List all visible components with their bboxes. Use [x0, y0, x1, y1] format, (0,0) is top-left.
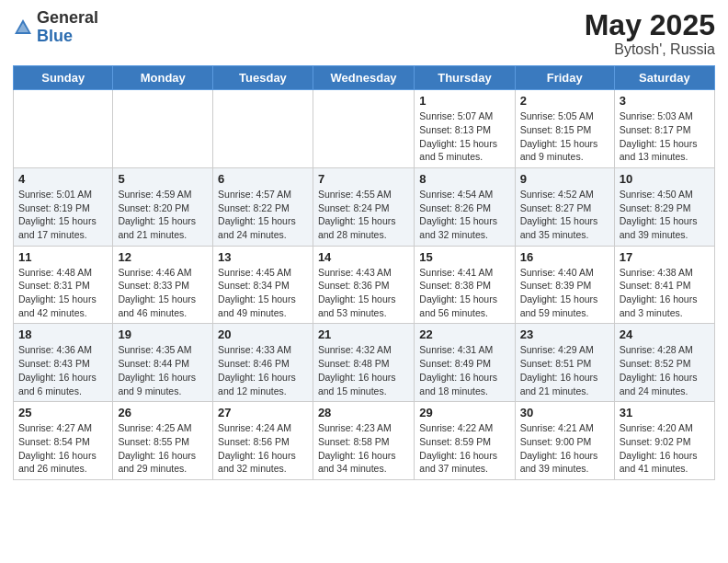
day-number: 23 [520, 327, 609, 341]
calendar-cell: 31Sunrise: 4:20 AM Sunset: 9:02 PM Dayli… [614, 402, 714, 480]
weekday-wednesday: Wednesday [313, 66, 414, 90]
logo-icon [13, 17, 33, 38]
calendar-week-row: 4Sunrise: 5:01 AM Sunset: 8:19 PM Daylig… [14, 167, 715, 246]
day-info: Sunrise: 4:32 AM Sunset: 8:48 PM Dayligh… [318, 343, 409, 397]
calendar-cell: 13Sunrise: 4:45 AM Sunset: 8:34 PM Dayli… [213, 246, 313, 324]
calendar-cell [213, 90, 313, 168]
logo-general-text: General [37, 8, 98, 27]
day-info: Sunrise: 4:57 AM Sunset: 8:22 PM Dayligh… [218, 188, 308, 242]
day-info: Sunrise: 4:25 AM Sunset: 8:55 PM Dayligh… [118, 421, 208, 476]
calendar-cell: 22Sunrise: 4:31 AM Sunset: 8:49 PM Dayli… [415, 324, 515, 402]
calendar-cell: 8Sunrise: 4:54 AM Sunset: 8:26 PM Daylig… [415, 167, 515, 246]
day-info: Sunrise: 4:35 AM Sunset: 8:44 PM Dayligh… [118, 343, 208, 397]
calendar-cell: 14Sunrise: 4:43 AM Sunset: 8:36 PM Dayli… [313, 246, 414, 324]
calendar-cell: 1Sunrise: 5:07 AM Sunset: 8:13 PM Daylig… [415, 90, 515, 168]
day-number: 5 [118, 172, 208, 186]
day-number: 24 [620, 327, 710, 341]
calendar-cell: 20Sunrise: 4:33 AM Sunset: 8:46 PM Dayli… [213, 324, 313, 402]
day-number: 16 [520, 250, 609, 264]
calendar-cell: 5Sunrise: 4:59 AM Sunset: 8:20 PM Daylig… [113, 167, 213, 246]
logo-blue-text: Blue [37, 27, 73, 45]
day-number: 4 [18, 172, 108, 186]
logo: General Blue [13, 9, 98, 46]
day-number: 2 [520, 94, 609, 108]
day-number: 28 [318, 406, 409, 419]
weekday-saturday: Saturday [614, 66, 714, 90]
day-number: 27 [218, 406, 308, 419]
calendar-table: SundayMondayTuesdayWednesdayThursdayFrid… [13, 65, 715, 480]
day-number: 20 [218, 327, 308, 341]
day-info: Sunrise: 4:48 AM Sunset: 8:31 PM Dayligh… [18, 266, 108, 320]
calendar-cell: 6Sunrise: 4:57 AM Sunset: 8:22 PM Daylig… [213, 167, 313, 246]
weekday-tuesday: Tuesday [213, 66, 313, 90]
calendar-cell: 12Sunrise: 4:46 AM Sunset: 8:33 PM Dayli… [113, 246, 213, 324]
day-number: 6 [218, 172, 308, 186]
day-number: 25 [18, 406, 108, 419]
day-number: 30 [520, 406, 609, 419]
page-header: General Blue May 2025 Bytosh', Russia [13, 9, 715, 58]
day-info: Sunrise: 4:23 AM Sunset: 8:58 PM Dayligh… [318, 421, 409, 476]
calendar-cell: 18Sunrise: 4:36 AM Sunset: 8:43 PM Dayli… [14, 324, 113, 402]
calendar-cell: 15Sunrise: 4:41 AM Sunset: 8:38 PM Dayli… [415, 246, 515, 324]
calendar-cell [14, 90, 113, 168]
day-info: Sunrise: 4:20 AM Sunset: 9:02 PM Dayligh… [620, 421, 710, 476]
calendar-cell: 30Sunrise: 4:21 AM Sunset: 9:00 PM Dayli… [515, 402, 614, 480]
day-number: 14 [318, 250, 409, 264]
calendar-cell: 4Sunrise: 5:01 AM Sunset: 8:19 PM Daylig… [14, 167, 113, 246]
weekday-header-row: SundayMondayTuesdayWednesdayThursdayFrid… [14, 66, 715, 90]
month-title: May 2025 [585, 9, 715, 41]
day-info: Sunrise: 4:50 AM Sunset: 8:29 PM Dayligh… [620, 188, 710, 242]
day-info: Sunrise: 4:46 AM Sunset: 8:33 PM Dayligh… [118, 266, 208, 320]
weekday-thursday: Thursday [415, 66, 515, 90]
calendar-cell: 24Sunrise: 4:28 AM Sunset: 8:52 PM Dayli… [614, 324, 714, 402]
day-info: Sunrise: 5:03 AM Sunset: 8:17 PM Dayligh… [620, 109, 710, 164]
calendar-cell: 29Sunrise: 4:22 AM Sunset: 8:59 PM Dayli… [415, 402, 515, 480]
day-info: Sunrise: 4:29 AM Sunset: 8:51 PM Dayligh… [520, 343, 609, 397]
calendar-cell: 2Sunrise: 5:05 AM Sunset: 8:15 PM Daylig… [515, 90, 614, 168]
calendar-cell: 16Sunrise: 4:40 AM Sunset: 8:39 PM Dayli… [515, 246, 614, 324]
day-number: 31 [620, 406, 710, 419]
day-info: Sunrise: 4:43 AM Sunset: 8:36 PM Dayligh… [318, 266, 409, 320]
day-number: 29 [419, 406, 509, 419]
calendar-cell: 3Sunrise: 5:03 AM Sunset: 8:17 PM Daylig… [614, 90, 714, 168]
calendar-cell: 7Sunrise: 4:55 AM Sunset: 8:24 PM Daylig… [313, 167, 414, 246]
day-number: 7 [318, 172, 409, 186]
calendar-cell: 19Sunrise: 4:35 AM Sunset: 8:44 PM Dayli… [113, 324, 213, 402]
calendar-cell: 23Sunrise: 4:29 AM Sunset: 8:51 PM Dayli… [515, 324, 614, 402]
calendar-cell: 27Sunrise: 4:24 AM Sunset: 8:56 PM Dayli… [213, 402, 313, 480]
day-info: Sunrise: 4:31 AM Sunset: 8:49 PM Dayligh… [419, 343, 509, 397]
day-number: 18 [18, 327, 108, 341]
calendar-cell: 26Sunrise: 4:25 AM Sunset: 8:55 PM Dayli… [113, 402, 213, 480]
day-number: 13 [218, 250, 308, 264]
day-info: Sunrise: 4:28 AM Sunset: 8:52 PM Dayligh… [620, 343, 710, 397]
calendar-week-row: 25Sunrise: 4:27 AM Sunset: 8:54 PM Dayli… [14, 402, 715, 480]
calendar-cell [113, 90, 213, 168]
day-number: 12 [118, 250, 208, 264]
day-number: 10 [620, 172, 710, 186]
day-info: Sunrise: 4:27 AM Sunset: 8:54 PM Dayligh… [18, 421, 108, 476]
day-info: Sunrise: 5:01 AM Sunset: 8:19 PM Dayligh… [18, 188, 108, 242]
day-info: Sunrise: 4:33 AM Sunset: 8:46 PM Dayligh… [218, 343, 308, 397]
weekday-monday: Monday [113, 66, 213, 90]
day-number: 26 [118, 406, 208, 419]
day-number: 11 [18, 250, 108, 264]
day-number: 19 [118, 327, 208, 341]
day-info: Sunrise: 4:24 AM Sunset: 8:56 PM Dayligh… [218, 421, 308, 476]
day-number: 9 [520, 172, 609, 186]
calendar-cell: 17Sunrise: 4:38 AM Sunset: 8:41 PM Dayli… [614, 246, 714, 324]
day-info: Sunrise: 4:45 AM Sunset: 8:34 PM Dayligh… [218, 266, 308, 320]
day-number: 17 [620, 250, 710, 264]
day-info: Sunrise: 4:40 AM Sunset: 8:39 PM Dayligh… [520, 266, 609, 320]
location-title: Bytosh', Russia [585, 41, 715, 58]
calendar-week-row: 1Sunrise: 5:07 AM Sunset: 8:13 PM Daylig… [14, 90, 715, 168]
day-info: Sunrise: 5:05 AM Sunset: 8:15 PM Dayligh… [520, 109, 609, 164]
calendar-cell: 10Sunrise: 4:50 AM Sunset: 8:29 PM Dayli… [614, 167, 714, 246]
day-info: Sunrise: 4:59 AM Sunset: 8:20 PM Dayligh… [118, 188, 208, 242]
day-info: Sunrise: 4:22 AM Sunset: 8:59 PM Dayligh… [419, 421, 509, 476]
day-number: 22 [419, 327, 509, 341]
day-info: Sunrise: 4:36 AM Sunset: 8:43 PM Dayligh… [18, 343, 108, 397]
calendar-week-row: 18Sunrise: 4:36 AM Sunset: 8:43 PM Dayli… [14, 324, 715, 402]
calendar-cell: 9Sunrise: 4:52 AM Sunset: 8:27 PM Daylig… [515, 167, 614, 246]
calendar-cell: 11Sunrise: 4:48 AM Sunset: 8:31 PM Dayli… [14, 246, 113, 324]
day-info: Sunrise: 4:52 AM Sunset: 8:27 PM Dayligh… [520, 188, 609, 242]
